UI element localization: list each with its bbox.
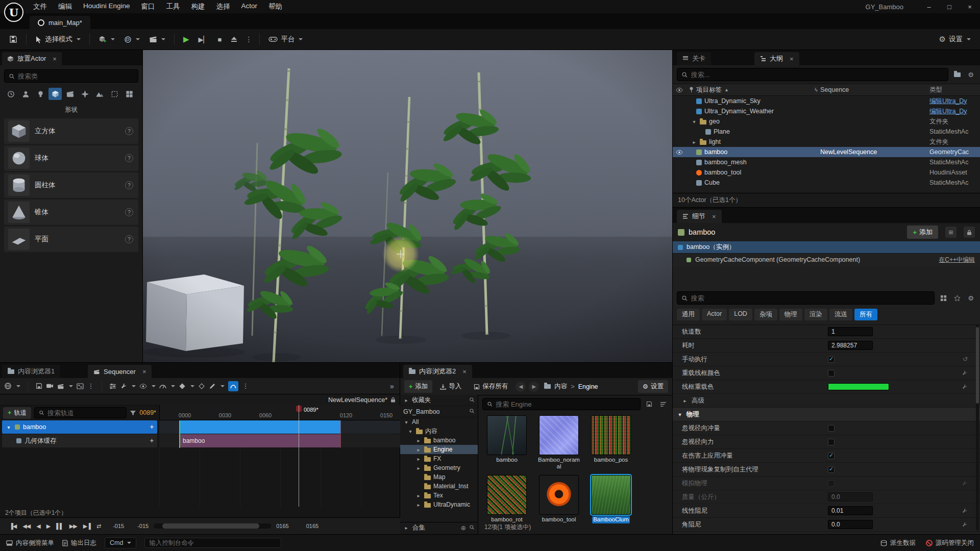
component-row[interactable]: GeometryCacheComponent (GeometryCacheCom… [673,254,980,266]
filter-icon[interactable] [130,410,136,416]
search-icon[interactable] [469,397,475,404]
tab-level[interactable]: 关卡 [677,52,711,65]
checkbox[interactable] [828,439,835,445]
filter-physics[interactable]: 物理 [779,309,802,320]
outliner-row[interactable]: Cube StaticMeshAc [673,178,980,188]
search-icon[interactable] [469,524,475,532]
settings-dropdown[interactable]: ⚙ 设置 [935,32,975,46]
geometry-category-icon[interactable] [93,88,106,100]
shapes-category-icon[interactable] [48,88,62,100]
reset-icon[interactable]: ↺ [963,356,968,363]
import-button[interactable]: 导入 [435,380,466,393]
asset-bamboo-clum[interactable]: BambooClum [589,475,633,523]
view-range-end[interactable]: 0165 [306,523,318,529]
tree-item-all[interactable]: ▾All [400,417,478,427]
camera-icon[interactable] [46,382,54,391]
cb-settings-dropdown[interactable]: ⚙ 设置 [638,380,668,393]
search-input[interactable] [691,294,930,302]
play-options-more-icon[interactable]: ⋮ [242,35,255,43]
outliner-row[interactable]: ▸light 文件夹 [673,137,980,147]
eye-icon[interactable] [673,88,686,92]
add-component-button[interactable]: +添加 [907,226,938,239]
lights-category-icon[interactable] [34,88,47,100]
viewport[interactable] [143,50,672,362]
checkbox[interactable] [828,356,835,363]
asset-bamboo-tool[interactable]: bamboo_tool [536,475,581,523]
geometry-cache-clip[interactable]: bamboo [179,434,340,447]
wrench-icon[interactable] [962,480,968,486]
breadcrumb-root[interactable]: 内容 [554,382,567,391]
track-lane-cache[interactable]: bamboo [159,434,400,447]
skip-frame-button[interactable]: ▶▏ [194,33,213,46]
help-icon[interactable]: ? [125,235,133,243]
expand-toolbar-icon[interactable]: » [388,382,396,391]
expand-arrow-icon[interactable]: ▾ [6,424,12,430]
expand-sections-icon[interactable]: ⊞ [945,227,957,238]
platforms-dropdown[interactable]: 平台 [264,32,307,46]
menu-help[interactable]: 帮助 [263,2,288,11]
column-type[interactable]: 类型 [929,86,980,94]
tab-sequencer[interactable]: Sequencer × [88,365,152,378]
close-icon[interactable]: × [790,55,794,63]
number-input[interactable]: 0.0 [828,492,873,502]
menu-file[interactable]: 文件 [28,2,53,11]
cmd-dropdown[interactable]: Cmd [105,537,136,548]
outliner-row[interactable]: Ultra_Dynamic_Weather 编辑Ultra_Dy [673,106,980,116]
asset-bamboo-normal[interactable]: Bamboo_noramal [536,415,581,470]
go-to-end-button[interactable]: ▶▐ [80,523,93,530]
tree-item-bamboo[interactable]: ▸bamboo [400,436,478,445]
basic-category-icon[interactable] [19,88,32,100]
blueprints-dropdown[interactable] [120,33,144,46]
details-settings-icon[interactable]: ⚙ [966,293,976,303]
source-control-button[interactable]: 源码管理关闭 [926,539,974,547]
previous-key-button[interactable]: ◀◀ [19,523,33,530]
expand-arrow-icon[interactable]: ▸ [691,139,697,145]
search-input[interactable] [496,400,636,408]
wrench-icon[interactable] [962,521,968,528]
playback-speed-icon[interactable] [159,382,166,391]
collections-row[interactable]: ▸ 合集 ⊕ [400,522,478,533]
add-section-icon[interactable]: + [150,437,154,444]
tree-item-geometry[interactable]: ▸Geometry [400,463,478,472]
working-range-start[interactable]: -015 [137,523,149,529]
keyframe-icon[interactable] [179,382,186,391]
checkbox[interactable] [828,370,835,377]
outliner-row[interactable]: bamboo_mesh StaticMeshAc [673,157,980,167]
forward-button[interactable]: ▶ [529,382,539,392]
checkbox[interactable] [828,466,835,473]
tree-item-ultradynamic[interactable]: ▸UltraDynamic [400,500,478,509]
help-icon[interactable]: ? [125,127,133,135]
tab-details[interactable]: 细节 × [677,210,722,223]
console-input[interactable] [149,539,277,546]
current-frame-display[interactable]: 0089* [139,409,156,416]
filter-streaming[interactable]: 流送 [829,309,852,320]
asset-bamboo-rot[interactable]: bamboo_rot [484,475,529,523]
shape-item-sphere[interactable]: 球体 ? [4,145,138,171]
lock-icon[interactable] [390,397,396,403]
new-folder-icon[interactable] [952,69,962,80]
save-filter-icon[interactable] [644,399,654,409]
menu-houdini-engine[interactable]: Houdini Engine [78,2,136,11]
wrench-icon[interactable] [120,382,127,391]
checkbox[interactable] [828,480,835,487]
edit-icon[interactable] [209,382,216,391]
content-drawer-button[interactable]: 内容侧滑菜单 [6,539,54,547]
edit-cpp-link[interactable]: 在C++中编辑 [939,256,975,264]
outliner-row[interactable]: Plane StaticMeshAc [673,127,980,137]
play-button[interactable]: ▶ [179,32,193,46]
number-input[interactable]: 1 [828,327,873,336]
tab-main-map[interactable]: main_Map* [30,16,90,29]
filter-all[interactable]: 所有 [854,309,877,320]
stop-button[interactable]: ■ [214,33,226,46]
physics-section[interactable]: ▾ 物理 [673,408,980,421]
pause-button[interactable]: ▌▌ [53,523,66,529]
add-asset-button[interactable]: +添加 [404,380,432,393]
column-sequence[interactable]: Sequence [820,86,929,93]
go-to-start-button[interactable]: ▐◀ [6,523,19,530]
expand-arrow-icon[interactable]: ▾ [691,119,697,124]
timeline-scrollbar[interactable] [154,523,271,529]
loop-button[interactable]: ⇄ [93,523,104,530]
close-icon[interactable]: × [462,368,467,375]
clapperboard-icon[interactable] [57,382,64,391]
menu-actor[interactable]: Actor [236,2,263,11]
